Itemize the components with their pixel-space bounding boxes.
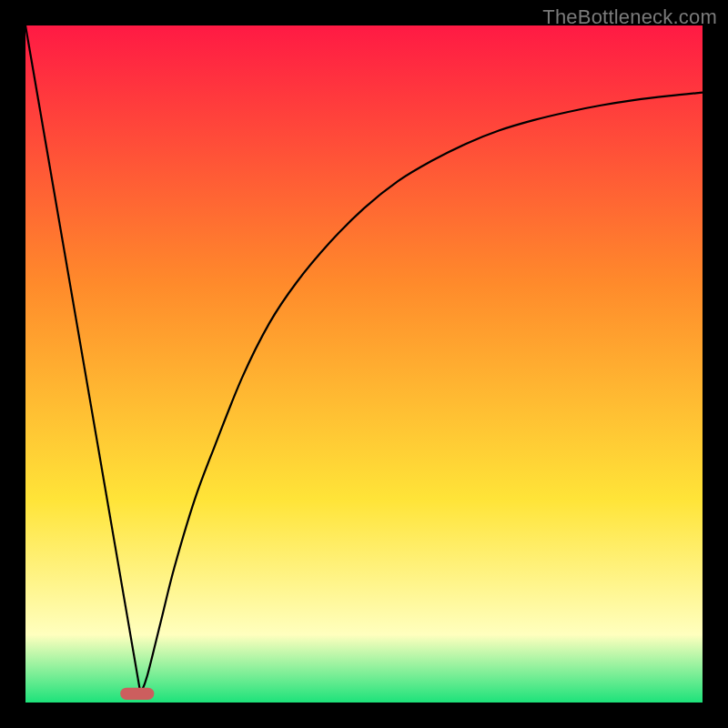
chart-svg: [25, 25, 703, 703]
plot-area: [25, 25, 703, 703]
chart-frame: TheBottleneck.com: [0, 0, 728, 728]
gradient-background: [25, 25, 703, 703]
attribution-text: TheBottleneck.com: [542, 5, 717, 29]
min-marker: [120, 688, 154, 700]
